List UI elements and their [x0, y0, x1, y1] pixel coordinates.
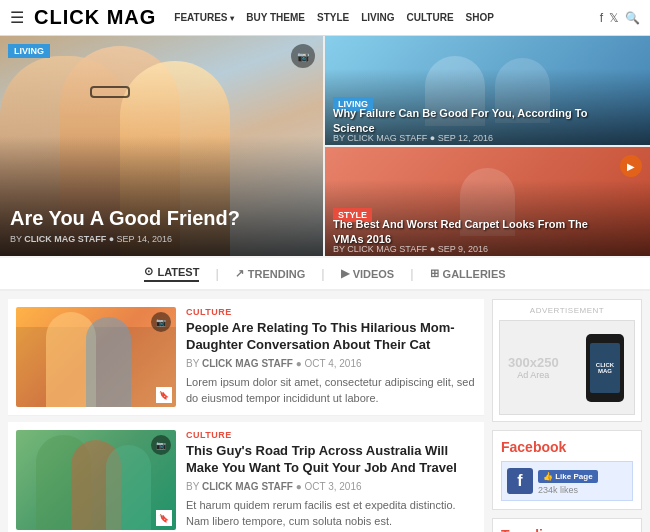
tab-sep-3: | [410, 266, 413, 281]
nav-features[interactable]: FEATURES ▾ [174, 12, 234, 23]
hero-camera-icon[interactable]: 📷 [291, 44, 315, 68]
hero-card-1-author: BY CLICK MAG STAFF ● SEP 12, 2016 [333, 133, 493, 143]
ad-box: ADVERTISEMENT CLICK MAG 300x250 Ad Area [492, 299, 642, 422]
ad-size-text: 300x250 [508, 355, 559, 370]
galleries-icon: ⊞ [430, 267, 439, 280]
hero-main-author: BY CLICK MAG STAFF ● SEP 14, 2016 [10, 234, 313, 244]
article-2-title: This Guy's Road Trip Across Australia Wi… [186, 443, 476, 477]
header-social: f 𝕏 🔍 [600, 11, 640, 25]
hero-card-2[interactable]: STYLE The Best And Worst Red Carpet Look… [325, 147, 650, 256]
article-1-author-line: BY CLICK MAG STAFF ● OCT 4, 2016 [186, 358, 476, 369]
main-content: 📷 🔖 CULTURE People Are Relating To This … [0, 291, 650, 532]
article-2-body: CULTURE This Guy's Road Trip Across Aust… [186, 430, 476, 530]
ad-area: CLICK MAG 300x250 Ad Area [499, 320, 635, 415]
search-icon[interactable]: 🔍 [625, 11, 640, 25]
latest-icon: ⊙ [144, 265, 153, 278]
article-1-excerpt: Lorem ipsum dolor sit amet, consectetur … [186, 374, 476, 407]
fb-count: 234k likes [538, 485, 627, 495]
article-1-camera-icon[interactable]: 📷 [151, 312, 171, 332]
facebook-section-title: Facebook [501, 439, 633, 455]
hero-right-cards: LIVING Why Failure Can Be Good For You, … [325, 36, 650, 256]
tab-latest[interactable]: ⊙ LATEST [144, 265, 199, 282]
tab-sep-1: | [215, 266, 218, 281]
hero-card-1-title: Why Failure Can Be Good For You, Accordi… [333, 106, 620, 135]
article-2[interactable]: 📷 🔖 CULTURE This Guy's Road Trip Across … [8, 422, 484, 532]
header: ☰ CLICK MAG FEATURES ▾ BUY THEME STYLE L… [0, 0, 650, 36]
fb-like-button[interactable]: 👍 Like Page [538, 470, 598, 483]
tab-videos[interactable]: ▶ VIDEOS [341, 267, 395, 280]
play-icon[interactable]: ▶ [620, 155, 642, 177]
nav-living[interactable]: LIVING [361, 12, 394, 23]
article-2-excerpt: Et harum quidem rerum facilis est et exp… [186, 497, 476, 530]
article-2-author-line: BY CLICK MAG STAFF ● OCT 3, 2016 [186, 481, 476, 492]
article-1-title: People Are Relating To This Hilarious Mo… [186, 320, 476, 354]
articles-list: 📷 🔖 CULTURE People Are Relating To This … [8, 299, 484, 532]
sidebar: ADVERTISEMENT CLICK MAG 300x250 Ad Area … [492, 299, 642, 532]
nav-style[interactable]: STYLE [317, 12, 349, 23]
ad-label: ADVERTISEMENT [499, 306, 635, 315]
trending-section-title: Trending [501, 527, 633, 532]
facebook-box: Facebook f 👍 Like Page 234k likes [492, 430, 642, 510]
hero-section: LIVING Are You A Good Friend? BY CLICK M… [0, 36, 650, 256]
nav-buy-theme[interactable]: BUY THEME [246, 12, 305, 23]
article-1[interactable]: 📷 🔖 CULTURE People Are Relating To This … [8, 299, 484, 416]
hero-card-1[interactable]: LIVING Why Failure Can Be Good For You, … [325, 36, 650, 145]
fb-info: 👍 Like Page 234k likes [538, 467, 627, 495]
videos-icon: ▶ [341, 267, 349, 280]
hero-main-card[interactable]: LIVING Are You A Good Friend? BY CLICK M… [0, 36, 323, 256]
hero-card-2-author: BY CLICK MAG STAFF ● SEP 9, 2016 [333, 244, 488, 254]
main-nav: FEATURES ▾ BUY THEME STYLE LIVING CULTUR… [174, 12, 599, 23]
facebook-logo: f [507, 468, 533, 494]
ad-area-text: Ad Area [517, 370, 549, 380]
nav-shop[interactable]: SHOP [466, 12, 494, 23]
article-2-image: 📷 🔖 [16, 430, 176, 530]
tabs-bar: ⊙ LATEST | ↗ TRENDING | ▶ VIDEOS | ⊞ GAL… [0, 258, 650, 291]
tab-trending[interactable]: ↗ TRENDING [235, 267, 305, 280]
article-1-category: CULTURE [186, 307, 476, 317]
hero-main-title: Are You A Good Friend? [10, 206, 313, 230]
twitter-icon[interactable]: 𝕏 [609, 11, 619, 25]
hero-main-badge: LIVING [8, 44, 50, 58]
trending-box: Trending 1 LIVING How Good Of A Friend A… [492, 518, 642, 532]
tab-sep-2: | [321, 266, 324, 281]
fb-like-area: f 👍 Like Page 234k likes [501, 461, 633, 501]
hero-card-2-title: The Best And Worst Red Carpet Looks From… [333, 217, 620, 246]
article-2-camera-icon[interactable]: 📷 [151, 435, 171, 455]
site-logo[interactable]: CLICK MAG [34, 6, 156, 29]
article-2-category: CULTURE [186, 430, 476, 440]
article-2-bookmark-icon[interactable]: 🔖 [156, 510, 172, 526]
nav-culture[interactable]: CULTURE [407, 12, 454, 23]
trending-icon: ↗ [235, 267, 244, 280]
article-1-body: CULTURE People Are Relating To This Hila… [186, 307, 476, 407]
article-1-image: 📷 🔖 [16, 307, 176, 407]
tab-galleries[interactable]: ⊞ GALLERIES [430, 267, 506, 280]
article-1-bookmark-icon[interactable]: 🔖 [156, 387, 172, 403]
hamburger-icon[interactable]: ☰ [10, 8, 24, 27]
facebook-icon[interactable]: f [600, 11, 603, 25]
